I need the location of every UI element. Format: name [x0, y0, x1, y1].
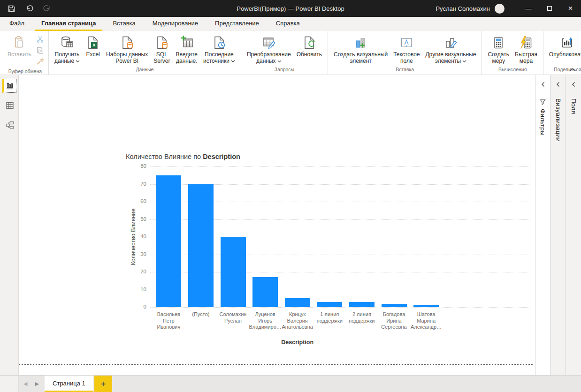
- powerbi-desktop-window: PowerBI(Пример) — Power BI Desktop Русла…: [0, 0, 581, 392]
- sidebar-footer: [0, 376, 19, 392]
- chart-bar[interactable]: [317, 302, 342, 307]
- sql-server-button-label: SQLServer: [153, 51, 170, 64]
- model-view-button[interactable]: [2, 118, 16, 132]
- chart-title: Количество Влияние по Description: [126, 153, 240, 160]
- new-measure-button-label: Создатьмеру: [488, 51, 509, 64]
- filters-pane[interactable]: Фильтры: [535, 75, 550, 375]
- maximize-icon: [547, 6, 552, 11]
- ribbon-group-3: Создать визуальныйэлементAТекстовоеполеД…: [328, 31, 482, 75]
- new-visual-button[interactable]: Создать визуальныйэлемент: [331, 33, 390, 65]
- page-tab[interactable]: Страница 1: [45, 376, 93, 392]
- get-data-icon: [60, 34, 75, 51]
- refresh-button-label: Обновить: [297, 51, 322, 58]
- tab-1[interactable]: Главная страница: [35, 17, 102, 31]
- group-label: Вычисления: [485, 66, 540, 75]
- publish-button[interactable]: Опубликовать: [546, 33, 581, 58]
- add-page-button[interactable]: +: [94, 376, 112, 392]
- view-sidebar: [0, 75, 19, 375]
- next-page-arrow-icon[interactable]: ▶: [35, 381, 38, 387]
- new-visual-button-label: Создать визуальныйэлемент: [334, 51, 388, 64]
- expand-fields-icon[interactable]: [570, 81, 577, 88]
- chart-bar[interactable]: [252, 277, 278, 307]
- collapse-ribbon-icon[interactable]: [569, 67, 576, 73]
- cut-button[interactable]: [35, 35, 46, 45]
- excel-icon: X: [85, 34, 100, 51]
- close-button[interactable]: ×: [560, 0, 581, 17]
- paste-button[interactable]: Вставить: [5, 33, 34, 58]
- transform-data-button-label: Преобразованиеданных: [247, 51, 291, 64]
- minimize-button[interactable]: —: [518, 0, 539, 17]
- group-label: Данные: [52, 66, 238, 75]
- format-painter-icon: [36, 58, 44, 68]
- tab-3[interactable]: Моделирование: [146, 17, 205, 31]
- tab-2[interactable]: Вставка: [106, 17, 142, 31]
- main-area: Количество Влияние по Description0102030…: [0, 75, 581, 375]
- chart-bar[interactable]: [285, 298, 310, 307]
- group-label: Запросы: [244, 66, 325, 75]
- ribbon-group-2: ПреобразованиеданныхОбновитьЗапросы: [241, 31, 328, 75]
- funnel-icon: [540, 98, 546, 107]
- text-box-button-label: Текстовоеполе: [393, 51, 420, 64]
- get-data-button[interactable]: Получитьданные: [52, 33, 83, 65]
- bar-chart-visual[interactable]: Количество Влияние по Description0102030…: [126, 153, 535, 352]
- transform-data-button[interactable]: Преобразованиеданных: [244, 33, 294, 65]
- visualizations-pane[interactable]: Визуализации: [550, 75, 566, 375]
- x-axis-label: ШатоваМаринаАлександр…: [407, 311, 445, 331]
- recent-sources-button[interactable]: Последниеисточники: [200, 33, 238, 65]
- quick-measure-button[interactable]: Быстраямера: [512, 33, 540, 65]
- get-data-button-label: Получитьданные: [54, 51, 80, 64]
- text-box-button[interactable]: AТекстовоеполе: [390, 33, 422, 65]
- chevron-down-icon: [231, 58, 235, 64]
- chart-bar[interactable]: [382, 304, 407, 308]
- filters-pane-label: Фильтры: [539, 109, 546, 136]
- fields-pane[interactable]: Поля: [566, 75, 581, 375]
- expand-filters-icon[interactable]: [539, 81, 547, 88]
- visualizations-pane-label: Визуализации: [555, 98, 562, 142]
- model-view-icon: [5, 121, 15, 130]
- chart-bar[interactable]: [188, 184, 214, 308]
- y-axis-title: Количество Влияние: [130, 166, 137, 307]
- report-view-button[interactable]: [2, 79, 16, 93]
- ribbon-group-0: ВставитьБуфер обмена: [2, 31, 49, 75]
- chart-bar[interactable]: [221, 237, 246, 307]
- avatar[interactable]: [495, 4, 505, 14]
- save-icon[interactable]: [7, 4, 16, 13]
- svg-text:A: A: [405, 39, 409, 46]
- expand-visualizations-icon[interactable]: [554, 81, 562, 88]
- refresh-button[interactable]: Обновить: [294, 33, 325, 58]
- data-view-button[interactable]: [2, 98, 16, 113]
- chart-bar[interactable]: [156, 175, 181, 307]
- account-name[interactable]: Руслан Соломахин: [436, 5, 490, 12]
- quick-measure-button-label: Быстраямера: [515, 51, 537, 64]
- copy-button[interactable]: [35, 46, 46, 56]
- refresh-icon: [302, 34, 317, 51]
- new-measure-button[interactable]: Создатьмеру: [485, 33, 512, 65]
- maximize-button[interactable]: [539, 0, 560, 17]
- tab-4[interactable]: Представление: [208, 17, 266, 31]
- new-measure-icon: [491, 34, 506, 51]
- enter-data-button[interactable]: Введитеданные.: [173, 33, 200, 65]
- power-bi-datasets-button-label: Наборы данныхPower BI: [106, 51, 148, 64]
- chevron-down-icon: [462, 58, 466, 64]
- format-painter-button[interactable]: [35, 58, 46, 68]
- sql-server-button[interactable]: SQLServer: [151, 33, 173, 65]
- tab-file[interactable]: Файл: [3, 17, 31, 31]
- excel-button[interactable]: XExcel: [83, 33, 103, 58]
- previous-page-arrow-icon[interactable]: ◀: [23, 381, 27, 387]
- right-panes: Фильтры Визуализации Поля: [535, 75, 581, 375]
- chart-bar[interactable]: [349, 302, 375, 307]
- quick-measure-icon: [519, 34, 534, 51]
- report-canvas[interactable]: Количество Влияние по Description0102030…: [19, 75, 535, 375]
- chart-bar[interactable]: [413, 305, 439, 307]
- report-view-icon: [5, 81, 15, 90]
- excel-button-label: Excel: [86, 51, 99, 58]
- ribbon-tabs: ФайлГлавная страницаВставкаМоделирование…: [0, 17, 581, 31]
- page-boundary: [19, 364, 534, 365]
- tab-5[interactable]: Справка: [269, 17, 306, 31]
- close-icon: ×: [568, 6, 573, 11]
- redo-icon[interactable]: [42, 4, 52, 13]
- more-visuals-button[interactable]: Другие визуальныеэлементы: [422, 33, 479, 65]
- publish-button-label: Опубликовать: [549, 51, 581, 58]
- undo-icon[interactable]: [24, 4, 34, 13]
- power-bi-datasets-button[interactable]: Наборы данныхPower BI: [103, 33, 151, 65]
